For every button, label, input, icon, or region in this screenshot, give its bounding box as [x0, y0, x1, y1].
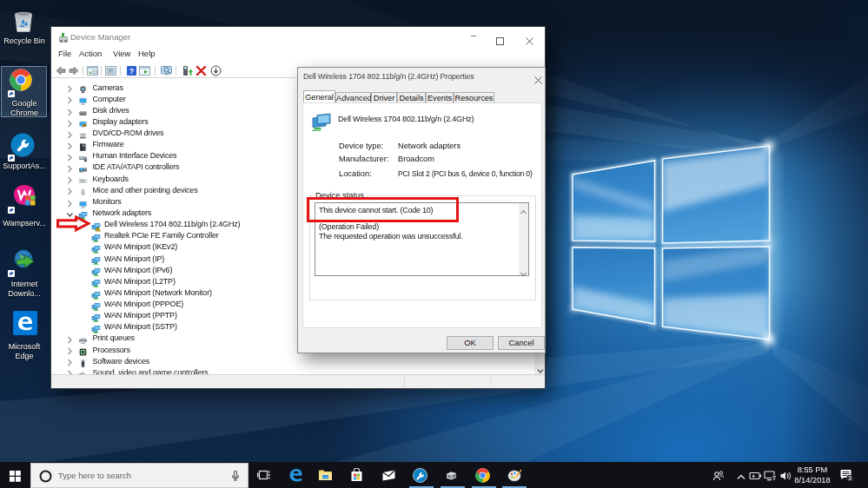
svg-text:3: 3	[848, 475, 851, 481]
svg-text:?: ?	[129, 67, 135, 76]
